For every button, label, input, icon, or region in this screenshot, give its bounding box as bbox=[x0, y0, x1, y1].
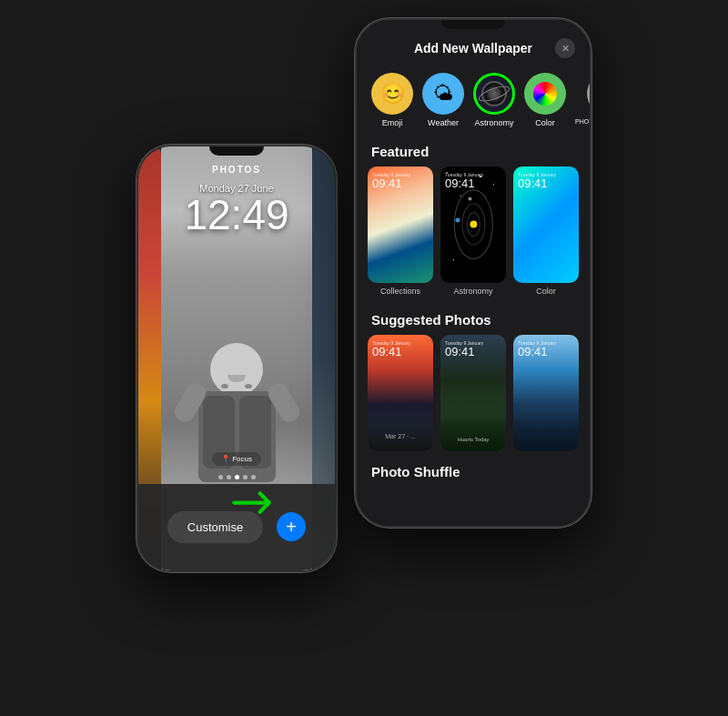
type-item-astronomy[interactable]: Astronomy bbox=[473, 73, 515, 127]
color-featured-label: Color bbox=[536, 287, 556, 296]
lake-date: Tuesday 9 January bbox=[518, 340, 574, 346]
collections-time: 09:41 bbox=[372, 177, 429, 189]
sunset-date: Tuesday 9 January bbox=[372, 340, 429, 346]
featured-title: Featured bbox=[357, 136, 590, 166]
astronomy-thumb: Tuesday 9 January 09:41 bbox=[440, 166, 506, 283]
forest-time: 09:41 bbox=[445, 346, 501, 358]
collections-label: Collections bbox=[380, 287, 420, 296]
left-phone-notch bbox=[209, 146, 264, 156]
dot-1 bbox=[218, 475, 223, 479]
left-phone-screen: PHOTOS Monday 27 June 12:49 📍 Focus Cust… bbox=[138, 146, 335, 570]
weather-icon: 🌤 bbox=[422, 73, 464, 115]
featured-item-collections[interactable]: Tuesday 9 January 09:41 Collections bbox=[368, 166, 433, 296]
page-dots bbox=[138, 475, 335, 479]
panel-title: Add New Wallpaper bbox=[391, 41, 555, 55]
color-palette bbox=[533, 82, 557, 106]
astronomy-label: Astronomy bbox=[474, 118, 513, 127]
type-item-weather[interactable]: 🌤 Weather bbox=[422, 73, 464, 127]
dot-2 bbox=[227, 475, 231, 479]
photos-label: PHOTOS bbox=[138, 165, 335, 175]
type-item-photos[interactable]: 🌅 PHOTOS_PER_DESC bbox=[575, 73, 590, 127]
forest-date: Tuesday 9 January bbox=[445, 340, 501, 346]
dot-4 bbox=[243, 475, 248, 479]
type-item-emoji[interactable]: 😊 Emoji bbox=[371, 73, 413, 127]
sunset-thumb: Tuesday 9 January 09:41 Mar 27 · ... bbox=[368, 335, 433, 451]
right-phone: Add New Wallpaper ✕ 😊 Emoji 🌤 Weather bbox=[355, 18, 592, 528]
collections-overlay: Tuesday 9 January 09:41 bbox=[368, 166, 433, 189]
weather-label: Weather bbox=[428, 118, 459, 127]
astro-date: Tuesday 9 January bbox=[445, 172, 501, 177]
photos-type-icon: 🌅 bbox=[587, 73, 590, 115]
astronomy-icon bbox=[473, 73, 515, 115]
featured-grid: Tuesday 9 January 09:41 Collections Tues… bbox=[357, 166, 590, 305]
dot-5 bbox=[251, 475, 256, 479]
color-icon bbox=[524, 73, 566, 115]
emoji-icon: 😊 bbox=[371, 73, 413, 115]
focus-label: 📍 Focus bbox=[212, 452, 261, 466]
photo-shuffle-title: Photo Shuffle bbox=[357, 460, 590, 487]
suggested-item-forest[interactable]: Tuesday 9 January 09:41 Huarts Today bbox=[440, 335, 506, 451]
type-item-color[interactable]: Color bbox=[524, 73, 566, 127]
sunset-overlay: Tuesday 9 January 09:41 bbox=[368, 335, 433, 358]
astro-overlay: Tuesday 9 January 09:41 bbox=[440, 166, 506, 189]
color-date: Tuesday 9 January bbox=[518, 172, 574, 177]
color-time: 09:41 bbox=[518, 177, 574, 189]
color-label: Color bbox=[535, 118, 555, 127]
color-overlay: Tuesday 9 January 09:41 bbox=[513, 166, 579, 189]
lock-info: Monday 27 June 12:49 bbox=[138, 183, 335, 236]
suggested-item-lake[interactable]: Tuesday 9 January 09:41 bbox=[513, 335, 579, 451]
featured-item-astronomy[interactable]: Tuesday 9 January 09:41 bbox=[440, 166, 506, 296]
featured-item-color[interactable]: Tuesday 9 January 09:41 Color bbox=[513, 166, 579, 296]
emoji-label: Emoji bbox=[382, 118, 403, 127]
right-phone-screen: Add New Wallpaper ✕ 😊 Emoji 🌤 Weather bbox=[357, 20, 590, 526]
left-phone: PHOTOS Monday 27 June 12:49 📍 Focus Cust… bbox=[136, 145, 337, 572]
suggested-item-sunset[interactable]: Tuesday 9 January 09:41 Mar 27 · ... bbox=[368, 335, 433, 451]
astronomy-featured-label: Astronomy bbox=[453, 287, 492, 296]
wallpaper-type-row: 😊 Emoji 🌤 Weather Astronomy bbox=[357, 67, 590, 136]
forest-thumb: Tuesday 9 January 09:41 Huarts Today bbox=[440, 335, 506, 451]
lock-time: 12:49 bbox=[138, 194, 335, 236]
right-phone-notch bbox=[441, 20, 505, 29]
collections-thumb: Tuesday 9 January 09:41 bbox=[368, 166, 433, 283]
close-button[interactable]: ✕ bbox=[555, 38, 575, 58]
forest-overlay: Tuesday 9 January 09:41 bbox=[440, 335, 506, 358]
astro-time: 09:41 bbox=[445, 177, 501, 189]
sunset-time: 09:41 bbox=[372, 346, 429, 358]
photos-type-label: PHOTOS_PER_DESC bbox=[575, 118, 590, 125]
suggested-title: Suggested Photos bbox=[357, 305, 590, 335]
arrow-indicator bbox=[230, 489, 285, 520]
dot-3 bbox=[235, 475, 239, 479]
color-thumb: Tuesday 9 January 09:41 bbox=[513, 166, 579, 283]
lake-time: 09:41 bbox=[518, 346, 574, 358]
lake-overlay: Tuesday 9 January 09:41 bbox=[513, 335, 579, 358]
lake-thumb: Tuesday 9 January 09:41 bbox=[513, 335, 579, 451]
collections-date: Tuesday 9 January bbox=[372, 172, 429, 177]
suggested-grid: Tuesday 9 January 09:41 Mar 27 · ... Tue… bbox=[357, 335, 590, 460]
